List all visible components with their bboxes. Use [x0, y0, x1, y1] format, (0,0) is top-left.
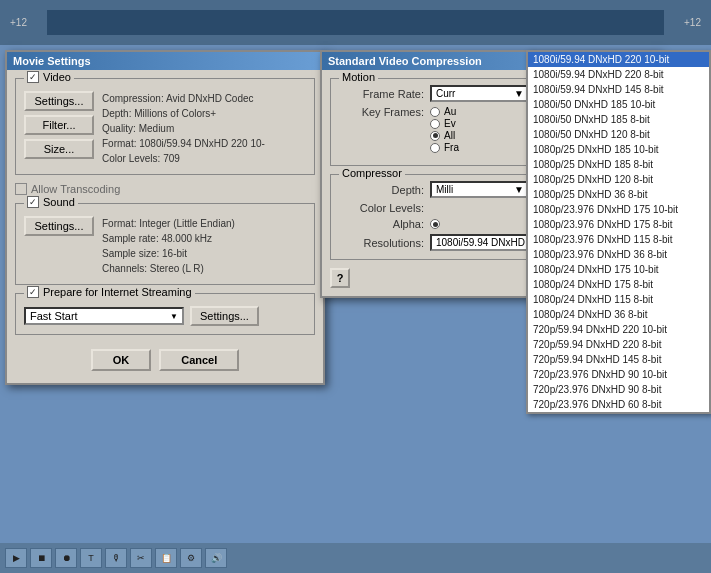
dropdown-list-item[interactable]: 720p/23.976 DNxHD 60 8-bit [528, 397, 709, 412]
depth-arrow: ▼ [514, 184, 524, 195]
video-depth: Depth: Millions of Colors+ [102, 106, 265, 121]
dropdown-list-item[interactable]: 1080p/24 DNxHD 175 10-bit [528, 262, 709, 277]
cancel-button[interactable]: Cancel [159, 349, 239, 371]
key-frames-all-radio[interactable] [430, 131, 440, 141]
key-frames-label: Key Frames: [339, 106, 424, 118]
sound-sample-size: Sample size: 16-bit [102, 246, 235, 261]
video-checkbox[interactable] [27, 71, 39, 83]
dropdown-list-item[interactable]: 1080p/25 DNxHD 185 10-bit [528, 142, 709, 157]
dropdown-list-item[interactable]: 1080i/50 DNxHD 120 8-bit [528, 127, 709, 142]
depth-label: Depth: [339, 184, 424, 196]
toolbar-play[interactable]: ▶ [5, 548, 27, 568]
depth-value: Milli [436, 184, 453, 195]
movie-settings-titlebar: Movie Settings [7, 52, 323, 70]
key-frames-auto-radio[interactable] [430, 107, 440, 117]
video-filter-button[interactable]: Filter... [24, 115, 94, 135]
key-frames-auto-label: Au [444, 106, 456, 117]
dropdown-list-item[interactable]: 1080p/25 DNxHD 185 8-bit [528, 157, 709, 172]
dropdown-list-item[interactable]: 1080i/50 DNxHD 185 8-bit [528, 112, 709, 127]
sound-section: Sound Settings... Format: Integer (Littl… [15, 203, 315, 285]
sound-section-content: Settings... Format: Integer (Little Endi… [24, 216, 306, 276]
depth-dropdown[interactable]: Milli ▼ [430, 181, 530, 198]
allow-transcoding-checkbox[interactable] [15, 183, 27, 195]
dropdown-list-item[interactable]: 1080p/24 DNxHD 175 8-bit [528, 277, 709, 292]
compressor-label: Compressor [339, 167, 405, 179]
dropdown-list-item[interactable]: 1080p/23.976 DNxHD 175 10-bit [528, 202, 709, 217]
toolbar-gear[interactable]: ⚙ [180, 548, 202, 568]
dropdown-list-item[interactable]: 1080i/59.94 DNxHD 220 8-bit [528, 67, 709, 82]
toolbar-clipboard[interactable]: 📋 [155, 548, 177, 568]
dropdown-list-item[interactable]: 1080p/24 DNxHD 115 8-bit [528, 292, 709, 307]
frame-rate-arrow: ▼ [514, 88, 524, 99]
movie-settings-dialog: Movie Settings Video Settings... Filter.… [5, 50, 325, 385]
key-frames-auto[interactable]: Au [430, 106, 459, 117]
streaming-settings-button[interactable]: Settings... [190, 306, 259, 326]
key-frames-options: Au Ev All Fra [430, 106, 459, 153]
toolbar-record[interactable]: ⏺ [55, 548, 77, 568]
sound-checkbox[interactable] [27, 196, 39, 208]
dropdown-list-item[interactable]: 1080p/23.976 DNxHD 36 8-bit [528, 247, 709, 262]
key-frames-every[interactable]: Ev [430, 118, 459, 129]
sound-channels: Channels: Stereo (L R) [102, 261, 235, 276]
bottom-toolbar: ▶ ⏹ ⏺ T 🎙 ✂ 📋 ⚙ 🔊 [0, 543, 711, 573]
streaming-section: Prepare for Internet Streaming Fast Star… [15, 293, 315, 335]
help-button[interactable]: ? [330, 268, 350, 288]
key-frames-all-label: All [444, 130, 455, 141]
toolbar-stop[interactable]: ⏹ [30, 548, 52, 568]
key-frames-all[interactable]: All [430, 130, 459, 141]
dropdown-list-item[interactable]: 720p/59.94 DNxHD 220 10-bit [528, 322, 709, 337]
dropdown-list-item[interactable]: 1080i/50 DNxHD 185 10-bit [528, 97, 709, 112]
dropdown-list-item[interactable]: 1080p/24 DNxHD 36 8-bit [528, 307, 709, 322]
sound-label-text: Sound [43, 196, 75, 208]
dropdown-list-item[interactable]: 1080p/25 DNxHD 120 8-bit [528, 172, 709, 187]
dropdown-list-item[interactable]: 1080i/59.94 DNxHD 220 10-bit [528, 52, 709, 67]
video-label-text: Video [43, 71, 71, 83]
dropdown-list[interactable]: 1080i/59.94 DNxHD 220 10-bit1080i/59.94 … [528, 52, 709, 412]
toolbar-cut[interactable]: ✂ [130, 548, 152, 568]
movie-settings-title: Movie Settings [13, 55, 91, 67]
alpha-label: Alpha: [339, 218, 424, 230]
toolbar-volume[interactable]: 🔊 [205, 548, 227, 568]
toolbar-text[interactable]: T [80, 548, 102, 568]
frame-rate-value: Curr [436, 88, 455, 99]
video-section: Video Settings... Filter... Size... Comp… [15, 78, 315, 175]
sound-section-label: Sound [24, 196, 78, 208]
streaming-dropdown-value: Fast Start [30, 310, 78, 322]
dropdown-list-item[interactable]: 1080p/25 DNxHD 36 8-bit [528, 187, 709, 202]
dropdown-list-item[interactable]: 720p/23.976 DNxHD 90 8-bit [528, 382, 709, 397]
dropdown-list-container: 1080i/59.94 DNxHD 220 10-bit1080i/59.94 … [526, 50, 711, 414]
video-info: Compression: Avid DNxHD Codec Depth: Mil… [102, 91, 265, 166]
sound-sample-rate: Sample rate: 48.000 kHz [102, 231, 235, 246]
frame-rate-dropdown[interactable]: Curr ▼ [430, 85, 530, 102]
frame-rate-label: Frame Rate: [339, 88, 424, 100]
key-frames-fra[interactable]: Fra [430, 142, 459, 153]
dropdown-list-item[interactable]: 720p/59.94 DNxHD 145 8-bit [528, 352, 709, 367]
key-frames-every-label: Ev [444, 118, 456, 129]
ok-button[interactable]: OK [91, 349, 152, 371]
sound-format: Format: Integer (Little Endian) [102, 216, 235, 231]
timeline-bar: +12 +12 [0, 0, 711, 45]
video-color-levels: Color Levels: 709 [102, 151, 265, 166]
dropdown-list-item[interactable]: 720p/59.94 DNxHD 220 8-bit [528, 337, 709, 352]
video-settings-button[interactable]: Settings... [24, 91, 94, 111]
resolutions-label: Resolutions: [339, 237, 424, 249]
key-frames-fra-radio[interactable] [430, 143, 440, 153]
video-section-content: Settings... Filter... Size... Compressio… [24, 91, 306, 166]
timeline-marker-1: +12 [10, 17, 27, 28]
video-section-label: Video [24, 71, 74, 83]
alpha-radio[interactable] [430, 219, 440, 229]
timeline-marker-2: +12 [684, 17, 701, 28]
movie-settings-body: Video Settings... Filter... Size... Comp… [7, 70, 323, 383]
video-size-button[interactable]: Size... [24, 139, 94, 159]
toolbar-mic[interactable]: 🎙 [105, 548, 127, 568]
streaming-checkbox[interactable] [27, 286, 39, 298]
dropdown-list-item[interactable]: 720p/23.976 DNxHD 90 10-bit [528, 367, 709, 382]
streaming-dropdown[interactable]: Fast Start ▼ [24, 307, 184, 325]
key-frames-every-radio[interactable] [430, 119, 440, 129]
dropdown-list-item[interactable]: 1080i/59.94 DNxHD 145 8-bit [528, 82, 709, 97]
sound-settings-button[interactable]: Settings... [24, 216, 94, 236]
color-levels-label: Color Levels: [339, 202, 424, 214]
dropdown-list-item[interactable]: 1080p/23.976 DNxHD 115 8-bit [528, 232, 709, 247]
dropdown-list-item[interactable]: 1080p/23.976 DNxHD 175 8-bit [528, 217, 709, 232]
streaming-row: Fast Start ▼ Settings... [24, 306, 306, 326]
